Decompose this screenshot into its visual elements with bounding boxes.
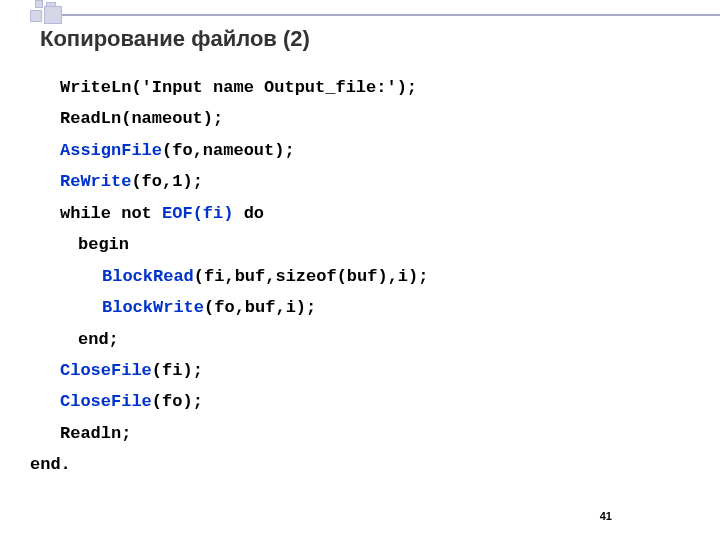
code-line: end; [30,324,428,355]
code-block: WriteLn('Input name Output_file:'); Read… [30,72,428,481]
code-line: ReadLn(nameout); [30,103,428,134]
code-line: begin [30,229,428,260]
code-line: CloseFile(fi); [30,355,428,386]
code-line: end. [30,449,428,480]
slide-title: Копирование файлов (2) [40,26,310,52]
code-line: Readln; [30,418,428,449]
code-line: WriteLn('Input name Output_file:'); [30,72,428,103]
code-line: CloseFile(fo); [30,386,428,417]
page-number: 41 [600,510,612,522]
header-line [62,14,720,16]
code-line: BlockRead(fi,buf,sizeof(buf),i); [30,261,428,292]
code-line: AssignFile(fo,nameout); [30,135,428,166]
code-line: ReWrite(fo,1); [30,166,428,197]
code-line: BlockWrite(fo,buf,i); [30,292,428,323]
code-line: while not EOF(fi) do [30,198,428,229]
